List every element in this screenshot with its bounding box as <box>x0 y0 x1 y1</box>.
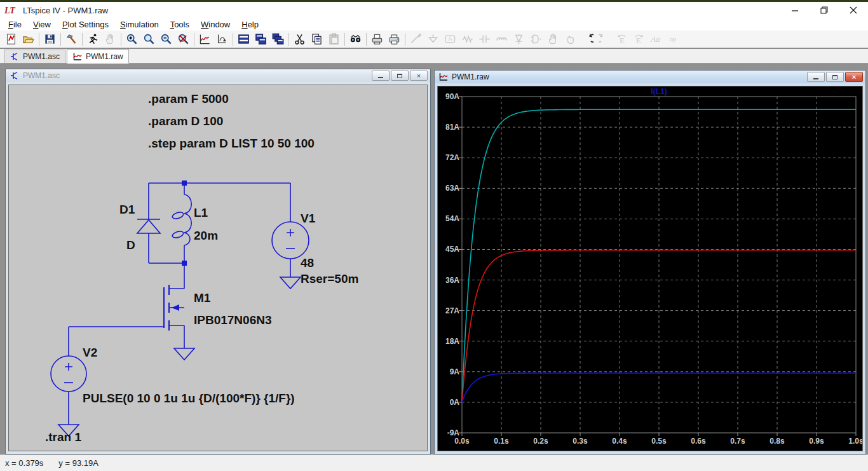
text-button: Aa <box>648 31 665 47</box>
undo-button[interactable] <box>579 31 596 47</box>
maximize-button[interactable] <box>391 71 409 81</box>
svg-text:Aa: Aa <box>650 34 660 44</box>
voltage-source-v1-symbol[interactable] <box>272 222 309 259</box>
copy-button[interactable] <box>308 31 325 47</box>
schematic-drawing: .param F 5000 .param D 100 .step param D… <box>9 85 428 448</box>
zoom-back-button[interactable] <box>175 31 192 47</box>
zoom-full-button[interactable] <box>140 31 158 47</box>
x-axis-tick-label: 0.4s <box>606 437 634 446</box>
spice-directive-button: .op <box>665 31 682 47</box>
ltspice-logo-icon: LT <box>4 4 20 16</box>
y-axis-tick-label: 81A <box>438 123 459 132</box>
component-value-v2[interactable]: PULSE(0 10 0 1u 1u {D/(100*F)} {1/F}) <box>83 392 295 405</box>
waveform-plot-area[interactable]: I(L1) 90A81A72A63A54A45A36A27A18A9A0A-9A… <box>437 86 863 451</box>
menu-help[interactable]: Help <box>236 20 264 29</box>
save-button[interactable] <box>41 31 58 47</box>
toolbar-separator <box>194 33 194 46</box>
tile-horizontal-button[interactable] <box>235 31 252 47</box>
mdi-area: PWM1.asc × <box>0 64 868 454</box>
drag-button <box>562 31 579 47</box>
spice-directive-text[interactable]: .param D 100 <box>148 114 223 128</box>
y-axis-tick-label: 18A <box>438 337 459 346</box>
voltage-source-v2-symbol[interactable] <box>51 356 86 392</box>
capacitor-button <box>476 31 493 47</box>
x-axis-tick-label: 0.0s <box>448 437 476 446</box>
main-titlebar: LT LTspice IV - PWM1.raw <box>0 2 868 18</box>
component-model-d1[interactable]: D <box>126 238 135 252</box>
mosfet-m1-symbol[interactable] <box>164 285 184 331</box>
menu-file[interactable]: File <box>3 20 27 29</box>
menu-view[interactable]: View <box>27 20 57 29</box>
minimize-button[interactable] <box>807 72 825 82</box>
trace-label[interactable]: I(L1) <box>462 87 856 96</box>
plot-canvas <box>438 86 862 451</box>
close-button[interactable] <box>839 2 868 18</box>
toolbar-separator <box>366 33 367 46</box>
cascade-button[interactable] <box>269 31 287 47</box>
maximize-button[interactable] <box>826 72 844 82</box>
zoom-in-button[interactable] <box>123 31 140 47</box>
ground-symbol[interactable] <box>280 277 301 289</box>
component-ref-d1[interactable]: D1 <box>119 203 135 216</box>
toolbar-separator <box>39 33 39 46</box>
svg-text:.op: .op <box>668 36 676 43</box>
zoom-out-button[interactable] <box>158 31 175 47</box>
x-axis-tick-label: 0.2s <box>527 437 555 446</box>
menu-window[interactable]: Window <box>195 20 236 29</box>
wire[interactable] <box>149 183 184 263</box>
inductor-l1-symbol[interactable] <box>172 195 191 245</box>
close-button[interactable]: × <box>410 71 428 81</box>
manual-axis-button[interactable] <box>214 31 231 47</box>
x-axis-tick-label: 1.0s <box>842 437 863 446</box>
component-model-m1[interactable]: IPB017N06N3 <box>194 313 272 327</box>
toolbar-separator <box>344 33 345 46</box>
tab-label: PWM1.raw <box>86 52 123 61</box>
minimize-button[interactable] <box>780 2 810 18</box>
analysis-directive-text[interactable]: .tran 1 <box>45 430 81 444</box>
ltspice-app-window: LT LTspice IV - PWM1.raw FileViewPlot Se… <box>0 0 868 471</box>
x-axis-tick-label: 0.5s <box>645 437 673 446</box>
schematic-frame: .param F 5000 .param D 100 .step param D… <box>6 82 430 454</box>
inductor-button <box>493 31 510 47</box>
print-preview-button[interactable] <box>369 31 386 47</box>
waveform-window: PWM1.raw × I(L1) 90A81A72A63A54A45A36A27… <box>434 70 866 454</box>
new-schematic-button[interactable] <box>3 31 20 47</box>
menu-plot-settings[interactable]: Plot Settings <box>57 20 114 29</box>
restore-button[interactable] <box>810 2 839 18</box>
wire[interactable] <box>69 263 184 348</box>
tab-pwm1-asc[interactable]: PWM1.asc <box>4 50 65 63</box>
schematic-canvas[interactable]: .param F 5000 .param D 100 .step param D… <box>8 85 428 451</box>
open-button[interactable] <box>20 31 37 47</box>
component-ref-v2[interactable]: V2 <box>83 346 97 359</box>
waveform-window-title: PWM1.raw <box>452 72 489 81</box>
tile-vertical-button[interactable] <box>252 31 269 47</box>
find-button[interactable] <box>347 31 364 47</box>
component-value-v1[interactable]: 48 <box>301 256 314 270</box>
minimize-button[interactable] <box>372 71 390 81</box>
close-button[interactable]: × <box>845 72 863 82</box>
component-ref-m1[interactable]: M1 <box>194 291 211 304</box>
spice-directive-text[interactable]: .param F 5000 <box>148 92 229 106</box>
component-value-l1[interactable]: 20m <box>194 229 218 242</box>
waveform-window-titlebar[interactable]: PWM1.raw × <box>435 71 865 83</box>
schematic-window-titlebar[interactable]: PWM1.asc × <box>6 69 430 82</box>
run-button[interactable] <box>85 31 102 47</box>
cursor-x-readout: x = 0.379s <box>5 458 43 468</box>
autorange-y-button[interactable] <box>196 31 214 47</box>
diode-d1-symbol[interactable] <box>137 219 160 233</box>
menu-simulation[interactable]: Simulation <box>114 20 165 29</box>
tab-label: PWM1.asc <box>23 52 60 61</box>
component-rser-v1[interactable]: Rser=50m <box>301 272 358 285</box>
diode-button <box>510 31 527 47</box>
ground-symbol[interactable] <box>174 348 194 360</box>
component-ref-l1[interactable]: L1 <box>194 206 208 219</box>
menu-tools[interactable]: Tools <box>165 20 195 29</box>
print-button[interactable] <box>386 31 403 47</box>
cut-button[interactable] <box>291 31 308 47</box>
cursor-y-readout: y = 93.19A <box>58 458 98 468</box>
component-ref-v1[interactable]: V1 <box>301 212 316 225</box>
y-axis-tick-label: 54A <box>438 214 459 223</box>
control-panel-button[interactable] <box>63 31 80 47</box>
spice-directive-text[interactable]: .step param D LIST 10 50 100 <box>148 137 315 150</box>
tab-pwm1-raw[interactable]: PWM1.raw <box>67 49 129 64</box>
